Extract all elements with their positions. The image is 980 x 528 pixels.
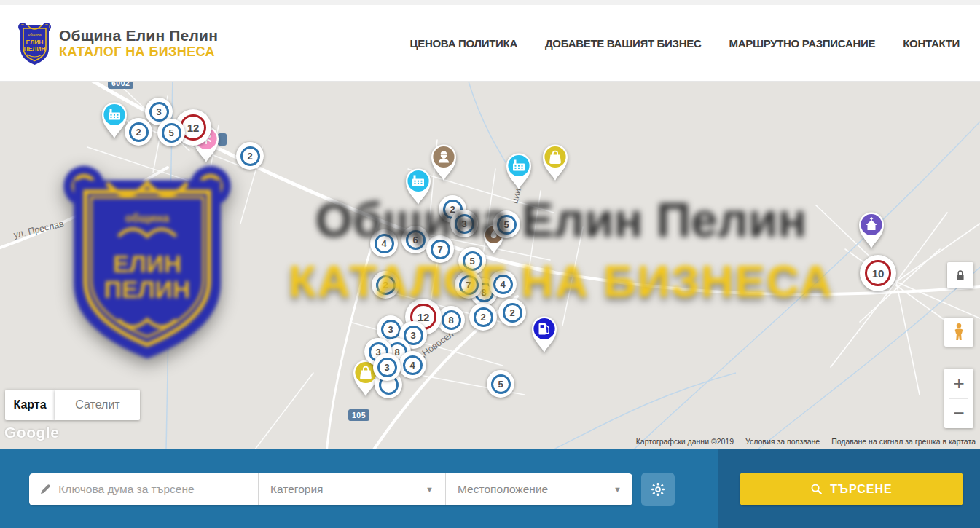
map-cluster-marker[interactable]: 2 <box>469 303 497 331</box>
nav-item-3[interactable]: КОНТАКТИ <box>903 37 960 50</box>
pencil-icon <box>39 483 51 496</box>
nav-item-2[interactable]: МАРШРУТНО РАЗПИСАНИЕ <box>729 37 875 50</box>
search-icon <box>810 483 823 495</box>
search-button-label: ТЪРСЕНЕ <box>830 483 892 496</box>
map-pin-church[interactable] <box>855 209 887 253</box>
map-cluster-marker[interactable]: 4 <box>370 229 398 257</box>
category-select[interactable]: Категория ▼ <box>259 473 446 505</box>
chevron-down-icon: ▼ <box>426 485 434 494</box>
map-cluster-marker[interactable]: 2 <box>498 299 526 326</box>
cluster-count: 2 <box>474 307 493 327</box>
cluster-count: 3 <box>149 102 169 122</box>
map-cluster-marker[interactable]: 2 <box>236 142 264 170</box>
map-cluster-marker[interactable]: 10 <box>860 255 896 291</box>
map-type-map-button[interactable]: Карта <box>5 390 55 420</box>
search-button[interactable]: ТЪРСЕНЕ <box>740 473 963 505</box>
category-select-label: Категория <box>270 483 323 496</box>
road-badge: 6002 <box>108 82 133 89</box>
map-cluster-marker[interactable]: 8 <box>437 306 465 334</box>
location-select[interactable]: Местоположение ▼ <box>446 473 633 505</box>
cluster-count: 2 <box>503 303 522 323</box>
cluster-count: 3 <box>455 214 474 234</box>
brand-titles: Община Елин Пелин КАТАЛОГ НА БИЗНЕСА <box>59 27 218 60</box>
attribution-link[interactable]: Подаване на сигнал за грешка в картата <box>831 437 976 446</box>
advanced-settings-button[interactable] <box>641 473 675 506</box>
site-subtitle: КАТАЛОГ НА БИЗНЕСА <box>59 44 218 60</box>
map-cluster-marker[interactable]: 5 <box>157 119 185 146</box>
cluster-count: 4 <box>403 355 423 375</box>
zoom-controls: + − <box>944 369 973 428</box>
map-pin-fuel[interactable] <box>528 313 560 357</box>
cluster-count: 4 <box>375 234 394 253</box>
cluster-count: 5 <box>491 374 511 394</box>
location-select-label: Местоположение <box>458 483 548 496</box>
header: община ЕЛИН ПЕЛИН Община Елин Пелин КАТА… <box>0 5 980 82</box>
cluster-count: 7 <box>459 275 479 295</box>
lock-button[interactable] <box>947 262 973 288</box>
svg-text:ПЕЛИН: ПЕЛИН <box>24 45 46 52</box>
cluster-count: 6 <box>406 230 426 250</box>
cluster-count: 8 <box>442 310 461 330</box>
cluster-count: 5 <box>497 215 517 235</box>
nav-item-0[interactable]: ЦЕНОВА ПОЛИТИКА <box>410 37 517 50</box>
cluster-count: 7 <box>431 240 450 259</box>
site-title: Община Елин Пелин <box>59 27 218 44</box>
search-bar: Категория ▼ Местоположение ▼ <box>0 449 980 528</box>
cluster-count: 2 <box>376 275 396 295</box>
top-strip <box>0 0 980 5</box>
map-pin-factory[interactable] <box>402 165 434 209</box>
map-cluster-marker[interactable]: 5 <box>493 210 520 238</box>
site-logo-link[interactable]: община ЕЛИН ПЕЛИН Община Елин Пелин КАТА… <box>17 20 218 66</box>
lock-icon <box>952 267 968 283</box>
google-logo[interactable]: Google <box>4 424 59 441</box>
page: община ЕЛИН ПЕЛИН Община Елин Пелин КАТА… <box>0 0 980 528</box>
google-map[interactable]: ул. Преславбул. „Новоселции6002105 31225… <box>0 82 980 449</box>
pegman-button[interactable] <box>944 318 973 347</box>
cluster-count: 3 <box>377 358 397 377</box>
cluster-count: 5 <box>162 123 181 143</box>
cluster-count: 4 <box>493 275 513 294</box>
nav-item-1[interactable]: ДОБАВЕТЕ ВАШИЯТ БИЗНЕС <box>545 37 701 50</box>
map-cluster-marker[interactable]: 5 <box>487 370 514 398</box>
chevron-down-icon: ▼ <box>614 485 622 494</box>
map-cluster-marker[interactable]: 2 <box>125 118 152 146</box>
cluster-count: 2 <box>240 146 260 166</box>
cluster-count: 10 <box>865 260 891 286</box>
search-fields: Категория ▼ Местоположение ▼ <box>29 473 632 505</box>
keyword-input[interactable] <box>58 483 248 496</box>
map-cluster-marker[interactable]: 6 <box>401 226 429 253</box>
map-cluster-marker[interactable]: 3 <box>373 353 401 381</box>
map-cluster-marker[interactable]: 5 <box>458 247 486 275</box>
zoom-in-button[interactable]: + <box>944 369 973 398</box>
map-cluster-marker[interactable]: 4 <box>489 270 517 298</box>
cluster-count: 5 <box>463 251 482 271</box>
cluster-count: 2 <box>129 122 149 142</box>
map-type-satellite-button[interactable]: Сателит <box>55 390 140 420</box>
pegman-icon <box>949 322 969 342</box>
municipality-crest-icon: община ЕЛИН ПЕЛИН <box>17 20 52 66</box>
map-pin-bag[interactable] <box>539 141 571 185</box>
map-cluster-marker[interactable]: 7 <box>455 271 482 299</box>
attribution-link[interactable]: Условия за ползване <box>745 437 820 446</box>
zoom-out-button[interactable]: − <box>944 398 973 428</box>
road-badge: 105 <box>348 409 369 421</box>
map-cluster-marker[interactable]: 4 <box>399 351 426 379</box>
svg-text:община: община <box>28 32 41 36</box>
map-attribution: Картографски данни ©2019Условия за ползв… <box>636 437 976 446</box>
main-nav: ЦЕНОВА ПОЛИТИКАДОБАВЕТЕ ВАШИЯТ БИЗНЕСМАР… <box>410 37 963 50</box>
attribution-text: Картографски данни ©2019 <box>636 437 734 446</box>
map-cluster-marker[interactable]: 7 <box>426 235 454 263</box>
map-pin-factory[interactable] <box>503 150 535 194</box>
keyword-field <box>29 473 259 505</box>
map-cluster-marker[interactable]: 3 <box>450 210 478 237</box>
map-cluster-marker[interactable]: 2 <box>372 271 399 299</box>
cluster-count: 3 <box>381 320 401 339</box>
gear-icon <box>649 481 667 498</box>
